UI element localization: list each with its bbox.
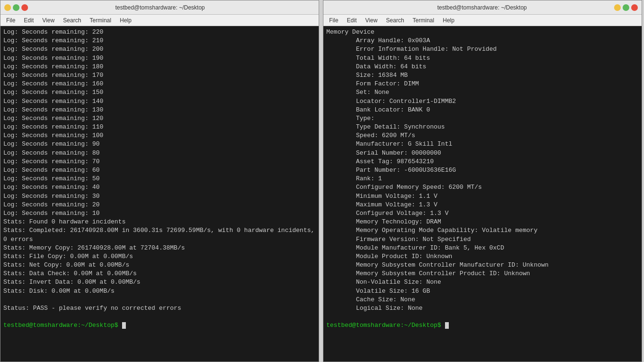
left-close-button[interactable]: × [21, 4, 28, 11]
right-menu-bar: File Edit View Search Terminal Help [323, 15, 642, 26]
left-menu-bar: File Edit View Search Terminal Help [0, 15, 319, 26]
right-close-button[interactable]: × [631, 4, 638, 11]
right-terminal-window: testbed@tomshardware: ~/Desktop − □ × Fi… [323, 0, 642, 362]
left-menu-help[interactable]: Help [116, 16, 135, 25]
right-window-title: testbed@tomshardware: ~/Desktop [350, 4, 614, 11]
right-menu-view[interactable]: View [361, 16, 381, 25]
left-menu-search[interactable]: Search [59, 16, 85, 25]
right-title-bar: testbed@tomshardware: ~/Desktop − □ × [323, 0, 642, 15]
right-menu-file[interactable]: File [325, 16, 342, 25]
left-maximize-button[interactable]: □ [13, 4, 19, 11]
left-menu-edit[interactable]: Edit [20, 16, 38, 25]
right-terminal-content[interactable]: Memory Device Array Handle: 0x003A Error… [323, 26, 642, 362]
left-window-title: testbed@tomshardware: ~/Desktop [28, 4, 292, 11]
left-terminal-content[interactable]: Log: Seconds remaining: 220 Log: Seconds… [0, 26, 319, 362]
right-maximize-button[interactable]: □ [623, 4, 629, 11]
right-menu-search[interactable]: Search [382, 16, 408, 25]
right-minimize-button[interactable]: − [614, 4, 621, 11]
left-title-bar: − □ × testbed@tomshardware: ~/Desktop [0, 0, 319, 15]
left-menu-file[interactable]: File [2, 16, 19, 25]
right-window-controls: − □ × [614, 4, 638, 11]
left-minimize-button[interactable]: − [4, 4, 11, 11]
left-menu-terminal[interactable]: Terminal [86, 16, 115, 25]
right-menu-help[interactable]: Help [439, 16, 458, 25]
right-menu-terminal[interactable]: Terminal [409, 16, 438, 25]
left-window-controls: − □ × [4, 4, 28, 11]
right-menu-edit[interactable]: Edit [343, 16, 360, 25]
left-menu-view[interactable]: View [38, 16, 58, 25]
left-terminal-window: − □ × testbed@tomshardware: ~/Desktop Fi… [0, 0, 319, 362]
